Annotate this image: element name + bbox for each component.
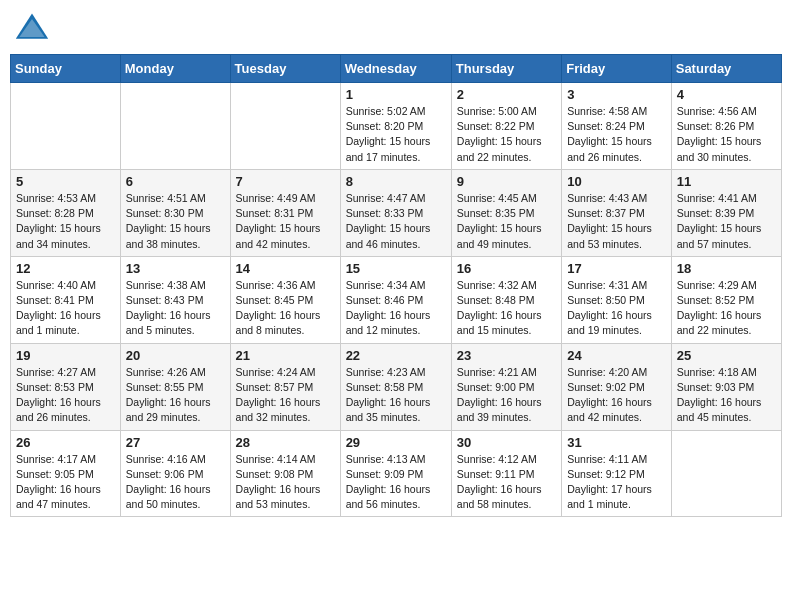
day-number: 28: [236, 435, 335, 450]
day-number: 9: [457, 174, 556, 189]
day-number: 13: [126, 261, 225, 276]
day-cell: 21Sunrise: 4:24 AM Sunset: 8:57 PM Dayli…: [230, 343, 340, 430]
day-cell: 28Sunrise: 4:14 AM Sunset: 9:08 PM Dayli…: [230, 430, 340, 517]
day-info: Sunrise: 4:45 AM Sunset: 8:35 PM Dayligh…: [457, 191, 556, 252]
day-header-monday: Monday: [120, 55, 230, 83]
day-cell: 27Sunrise: 4:16 AM Sunset: 9:06 PM Dayli…: [120, 430, 230, 517]
day-number: 20: [126, 348, 225, 363]
day-cell: 29Sunrise: 4:13 AM Sunset: 9:09 PM Dayli…: [340, 430, 451, 517]
day-info: Sunrise: 4:26 AM Sunset: 8:55 PM Dayligh…: [126, 365, 225, 426]
day-number: 18: [677, 261, 776, 276]
day-number: 5: [16, 174, 115, 189]
day-info: Sunrise: 4:56 AM Sunset: 8:26 PM Dayligh…: [677, 104, 776, 165]
day-header-tuesday: Tuesday: [230, 55, 340, 83]
day-info: Sunrise: 4:24 AM Sunset: 8:57 PM Dayligh…: [236, 365, 335, 426]
day-cell: 17Sunrise: 4:31 AM Sunset: 8:50 PM Dayli…: [562, 256, 672, 343]
day-header-thursday: Thursday: [451, 55, 561, 83]
day-info: Sunrise: 4:49 AM Sunset: 8:31 PM Dayligh…: [236, 191, 335, 252]
day-cell: [120, 83, 230, 170]
day-number: 2: [457, 87, 556, 102]
day-cell: 23Sunrise: 4:21 AM Sunset: 9:00 PM Dayli…: [451, 343, 561, 430]
day-cell: 10Sunrise: 4:43 AM Sunset: 8:37 PM Dayli…: [562, 169, 672, 256]
day-info: Sunrise: 4:34 AM Sunset: 8:46 PM Dayligh…: [346, 278, 446, 339]
day-info: Sunrise: 4:27 AM Sunset: 8:53 PM Dayligh…: [16, 365, 115, 426]
day-number: 30: [457, 435, 556, 450]
day-info: Sunrise: 4:51 AM Sunset: 8:30 PM Dayligh…: [126, 191, 225, 252]
day-number: 11: [677, 174, 776, 189]
logo: [14, 10, 52, 46]
day-number: 21: [236, 348, 335, 363]
day-cell: 4Sunrise: 4:56 AM Sunset: 8:26 PM Daylig…: [671, 83, 781, 170]
day-cell: 26Sunrise: 4:17 AM Sunset: 9:05 PM Dayli…: [11, 430, 121, 517]
day-cell: 13Sunrise: 4:38 AM Sunset: 8:43 PM Dayli…: [120, 256, 230, 343]
day-number: 23: [457, 348, 556, 363]
day-number: 29: [346, 435, 446, 450]
day-cell: 9Sunrise: 4:45 AM Sunset: 8:35 PM Daylig…: [451, 169, 561, 256]
day-number: 8: [346, 174, 446, 189]
week-row-4: 19Sunrise: 4:27 AM Sunset: 8:53 PM Dayli…: [11, 343, 782, 430]
day-info: Sunrise: 4:14 AM Sunset: 9:08 PM Dayligh…: [236, 452, 335, 513]
day-info: Sunrise: 4:41 AM Sunset: 8:39 PM Dayligh…: [677, 191, 776, 252]
day-cell: 22Sunrise: 4:23 AM Sunset: 8:58 PM Dayli…: [340, 343, 451, 430]
day-cell: 8Sunrise: 4:47 AM Sunset: 8:33 PM Daylig…: [340, 169, 451, 256]
day-cell: 6Sunrise: 4:51 AM Sunset: 8:30 PM Daylig…: [120, 169, 230, 256]
day-info: Sunrise: 5:02 AM Sunset: 8:20 PM Dayligh…: [346, 104, 446, 165]
day-number: 4: [677, 87, 776, 102]
day-number: 22: [346, 348, 446, 363]
days-header-row: SundayMondayTuesdayWednesdayThursdayFrid…: [11, 55, 782, 83]
day-number: 31: [567, 435, 666, 450]
day-info: Sunrise: 4:21 AM Sunset: 9:00 PM Dayligh…: [457, 365, 556, 426]
day-cell: 5Sunrise: 4:53 AM Sunset: 8:28 PM Daylig…: [11, 169, 121, 256]
day-number: 24: [567, 348, 666, 363]
day-header-sunday: Sunday: [11, 55, 121, 83]
day-header-friday: Friday: [562, 55, 672, 83]
day-info: Sunrise: 4:23 AM Sunset: 8:58 PM Dayligh…: [346, 365, 446, 426]
day-cell: 25Sunrise: 4:18 AM Sunset: 9:03 PM Dayli…: [671, 343, 781, 430]
day-info: Sunrise: 4:58 AM Sunset: 8:24 PM Dayligh…: [567, 104, 666, 165]
logo-icon: [14, 10, 50, 46]
day-cell: 24Sunrise: 4:20 AM Sunset: 9:02 PM Dayli…: [562, 343, 672, 430]
day-info: Sunrise: 4:20 AM Sunset: 9:02 PM Dayligh…: [567, 365, 666, 426]
day-info: Sunrise: 5:00 AM Sunset: 8:22 PM Dayligh…: [457, 104, 556, 165]
day-info: Sunrise: 4:11 AM Sunset: 9:12 PM Dayligh…: [567, 452, 666, 513]
day-cell: 31Sunrise: 4:11 AM Sunset: 9:12 PM Dayli…: [562, 430, 672, 517]
day-number: 15: [346, 261, 446, 276]
day-number: 25: [677, 348, 776, 363]
day-info: Sunrise: 4:31 AM Sunset: 8:50 PM Dayligh…: [567, 278, 666, 339]
day-number: 7: [236, 174, 335, 189]
day-cell: 3Sunrise: 4:58 AM Sunset: 8:24 PM Daylig…: [562, 83, 672, 170]
week-row-3: 12Sunrise: 4:40 AM Sunset: 8:41 PM Dayli…: [11, 256, 782, 343]
day-cell: 18Sunrise: 4:29 AM Sunset: 8:52 PM Dayli…: [671, 256, 781, 343]
day-number: 6: [126, 174, 225, 189]
week-row-2: 5Sunrise: 4:53 AM Sunset: 8:28 PM Daylig…: [11, 169, 782, 256]
day-info: Sunrise: 4:18 AM Sunset: 9:03 PM Dayligh…: [677, 365, 776, 426]
day-number: 1: [346, 87, 446, 102]
day-number: 12: [16, 261, 115, 276]
day-cell: 15Sunrise: 4:34 AM Sunset: 8:46 PM Dayli…: [340, 256, 451, 343]
day-info: Sunrise: 4:12 AM Sunset: 9:11 PM Dayligh…: [457, 452, 556, 513]
day-info: Sunrise: 4:32 AM Sunset: 8:48 PM Dayligh…: [457, 278, 556, 339]
page-header: [10, 10, 782, 46]
week-row-1: 1Sunrise: 5:02 AM Sunset: 8:20 PM Daylig…: [11, 83, 782, 170]
day-number: 27: [126, 435, 225, 450]
day-info: Sunrise: 4:53 AM Sunset: 8:28 PM Dayligh…: [16, 191, 115, 252]
day-number: 26: [16, 435, 115, 450]
day-number: 14: [236, 261, 335, 276]
day-cell: 30Sunrise: 4:12 AM Sunset: 9:11 PM Dayli…: [451, 430, 561, 517]
day-number: 3: [567, 87, 666, 102]
day-info: Sunrise: 4:16 AM Sunset: 9:06 PM Dayligh…: [126, 452, 225, 513]
day-cell: 1Sunrise: 5:02 AM Sunset: 8:20 PM Daylig…: [340, 83, 451, 170]
day-cell: 12Sunrise: 4:40 AM Sunset: 8:41 PM Dayli…: [11, 256, 121, 343]
day-info: Sunrise: 4:40 AM Sunset: 8:41 PM Dayligh…: [16, 278, 115, 339]
day-cell: 11Sunrise: 4:41 AM Sunset: 8:39 PM Dayli…: [671, 169, 781, 256]
calendar-table: SundayMondayTuesdayWednesdayThursdayFrid…: [10, 54, 782, 517]
day-info: Sunrise: 4:29 AM Sunset: 8:52 PM Dayligh…: [677, 278, 776, 339]
day-cell: [11, 83, 121, 170]
day-number: 17: [567, 261, 666, 276]
day-cell: 19Sunrise: 4:27 AM Sunset: 8:53 PM Dayli…: [11, 343, 121, 430]
day-number: 16: [457, 261, 556, 276]
day-cell: 16Sunrise: 4:32 AM Sunset: 8:48 PM Dayli…: [451, 256, 561, 343]
day-cell: 14Sunrise: 4:36 AM Sunset: 8:45 PM Dayli…: [230, 256, 340, 343]
day-info: Sunrise: 4:13 AM Sunset: 9:09 PM Dayligh…: [346, 452, 446, 513]
day-cell: [671, 430, 781, 517]
